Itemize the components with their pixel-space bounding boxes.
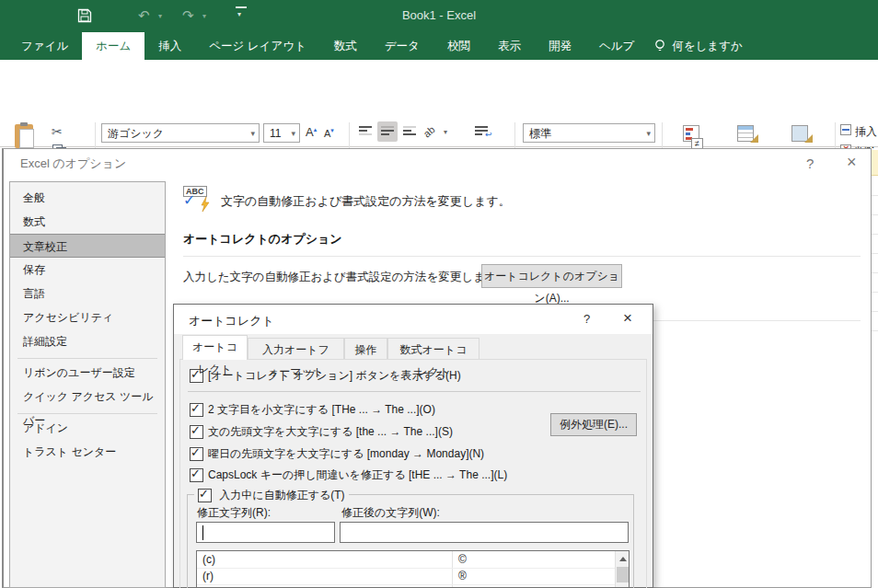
capitalize-sentences-checkbox[interactable]: ✓	[190, 425, 203, 439]
tab-actions[interactable]: 操作	[344, 338, 387, 360]
replacement-table[interactable]: (c) © (r) ® (tm) ™	[196, 550, 630, 588]
sidebar-item-advanced[interactable]: 詳細設定	[10, 329, 165, 353]
tab-math-autocorrect[interactable]: 数式オートコレクト	[387, 338, 479, 360]
sidebar-item-general[interactable]: 全般	[10, 186, 165, 210]
cut-icon[interactable]: ✂	[52, 124, 63, 139]
wrap-return-icon: ↩	[485, 130, 492, 139]
ribbon: 貼り付け ▾ ✂ ▾ クリップボード ↘ 游ゴシック ▾ 11 ▾ A▴ A▾ …	[0, 60, 878, 147]
tab-autoformat-as-you-type[interactable]: 入力オートフォーマット	[248, 338, 344, 360]
sidebar-item-customize-ribbon[interactable]: リボンのユーザー設定	[10, 361, 165, 385]
scrollbar-up-icon[interactable]	[619, 557, 627, 561]
table-cell-to[interactable]: ®	[458, 570, 467, 582]
orientation-icon[interactable]: ab	[422, 123, 437, 139]
exceptions-button[interactable]: 例外処理(E)...	[550, 413, 637, 436]
autocorrect-abc-icon: ABC ✓	[183, 186, 214, 213]
number-format-combo[interactable]: 標準 ▾	[523, 123, 655, 143]
sidebar-item-accessibility[interactable]: アクセシビリティ	[10, 306, 165, 329]
tab-autocorrect[interactable]: オートコレクト	[182, 335, 248, 360]
tab-formulas[interactable]: 数式	[320, 32, 371, 60]
replace-as-you-type-checkbox[interactable]: ✓	[198, 489, 212, 502]
sidebar-item-quick-access[interactable]: クイック アクセス ツール バー	[10, 385, 165, 409]
orientation-dropdown-icon[interactable]: ▾	[444, 128, 447, 136]
scrollbar-thumb[interactable]	[617, 567, 630, 582]
sidebar-item-language[interactable]: 言語	[10, 282, 165, 306]
number-format-value: 標準	[529, 124, 551, 144]
autocorrect-row-label: 入力した文字の自動修正および書式設定の方法を変更します:	[183, 270, 500, 285]
replace-to-label: 修正後の文字列(W):	[341, 505, 440, 521]
worksheet-cell-highlight	[872, 150, 878, 176]
tell-me-search[interactable]: 何をしますか	[653, 32, 742, 60]
capitalize-days-checkbox[interactable]: ✓	[190, 447, 203, 461]
autocorrect-close-button[interactable]: ×	[623, 309, 632, 328]
correct-two-capitals-label: 2 文字目を小文字にする [THe ... → The ...](O)	[208, 402, 435, 418]
show-autocorrect-buttons-label: [オートコレクト オプション] ボタンを表示する(H)	[208, 368, 461, 384]
sidebar-item-proofing[interactable]: 文章校正	[10, 234, 165, 258]
tab-view[interactable]: 表示	[484, 32, 535, 60]
excel-window: ↶ ▾ ↷ ▾ ▾ Book1 - Excel ファイル ホーム 挿入 ページ …	[0, 0, 878, 588]
table-cell-from[interactable]: (r)	[202, 570, 214, 582]
tab-data[interactable]: データ	[371, 32, 433, 60]
shrink-arrow-icon: ▾	[330, 127, 334, 133]
autocorrect-options-button[interactable]: オートコレクトのオプション(A)...	[481, 264, 622, 288]
font-name-combo[interactable]: 游ゴシック ▾	[101, 123, 260, 143]
ribbon-tab-bar: ファイル ホーム 挿入 ページ レイアウト 数式 データ 校閲 表示 開発 ヘル…	[0, 32, 878, 60]
tab-help[interactable]: ヘルプ	[585, 32, 648, 60]
capitalize-sentences-label: 文の先頭文字を大文字にする [the ... → The ...](S)	[208, 424, 453, 440]
autocorrect-dialog-title: オートコレクト	[189, 313, 274, 329]
tab-insert[interactable]: 挿入	[144, 32, 195, 60]
proofing-intro-text: 文字の自動修正および書式設定の方法を変更します。	[221, 193, 511, 210]
options-close-button[interactable]: ×	[847, 153, 857, 172]
autocorrect-help-button[interactable]: ?	[583, 312, 590, 326]
autocorrect-dialog: オートコレクト ? × オートコレクト 入力オートフォーマット 操作 数式オート…	[173, 304, 653, 588]
insert-cells-icon	[840, 124, 851, 135]
table-column-divider	[452, 551, 453, 588]
paste-button[interactable]	[13, 124, 37, 150]
font-size-dropdown-icon[interactable]: ▾	[291, 124, 295, 144]
font-name-value: 游ゴシック	[108, 124, 164, 144]
sidebar-divider	[17, 358, 157, 359]
title-bar: ↶ ▾ ↷ ▾ ▾ Book1 - Excel	[0, 0, 878, 32]
number-format-dropdown-icon[interactable]: ▾	[646, 124, 651, 144]
options-help-button[interactable]: ?	[806, 156, 814, 171]
window-title: Book1 - Excel	[0, 8, 878, 22]
sidebar-divider	[17, 413, 157, 414]
autocorrect-options-heading: オートコレクトのオプション	[183, 231, 342, 248]
tab-file[interactable]: ファイル	[7, 32, 82, 60]
text-caret	[202, 525, 203, 540]
autocorrect-titlebar[interactable]: オートコレクト ? ×	[174, 305, 653, 334]
font-size-combo[interactable]: 11 ▾	[263, 123, 300, 143]
align-top-button[interactable]	[359, 124, 372, 137]
tab-review[interactable]: 校閲	[433, 32, 484, 60]
options-sidebar: 全般 数式 文章校正 保存 言語 アクセシビリティ 詳細設定 リボンのユーザー設…	[9, 181, 166, 588]
tab-page-layout[interactable]: ページ レイアウト	[195, 32, 320, 60]
table-cell-to[interactable]: ©	[458, 553, 467, 566]
replace-from-input[interactable]	[196, 522, 335, 543]
shrink-font-button[interactable]: A▾	[324, 127, 334, 139]
correct-capslock-checkbox[interactable]: ✓	[190, 468, 203, 482]
cell-styles-brush-icon	[804, 134, 813, 143]
align-bottom-button[interactable]	[403, 124, 416, 137]
sidebar-item-addins[interactable]: アドイン	[10, 416, 165, 440]
section-divider	[183, 256, 861, 257]
table-brush-icon	[750, 134, 758, 143]
replace-to-input[interactable]	[340, 522, 629, 543]
capitalize-days-label: 曜日の先頭文字を大文字にする [monday → Monday](N)	[208, 446, 484, 462]
grow-font-button[interactable]: A▴	[306, 125, 317, 139]
tab-home[interactable]: ホーム	[82, 32, 144, 60]
font-name-dropdown-icon[interactable]: ▾	[250, 124, 255, 144]
correct-two-capitals-checkbox[interactable]: ✓	[190, 403, 203, 417]
align-middle-button[interactable]	[381, 124, 394, 137]
table-scrollbar[interactable]	[615, 551, 630, 588]
lightbulb-icon	[653, 39, 666, 53]
sidebar-item-trust-center[interactable]: トラスト センター	[10, 440, 165, 464]
replace-from-label: 修正文字列(R):	[197, 505, 271, 521]
table-row-divider	[197, 584, 615, 585]
abc-check-icon: ✓	[183, 191, 195, 209]
table-cell-from[interactable]: (c)	[202, 553, 215, 566]
tab-developer[interactable]: 開発	[535, 32, 585, 60]
insert-cells-button[interactable]: 挿入	[855, 124, 877, 140]
sidebar-item-save[interactable]: 保存	[10, 258, 165, 282]
sidebar-item-formulas[interactable]: 数式	[10, 210, 165, 234]
tell-me-label: 何をしますか	[672, 39, 742, 54]
font-size-value: 11	[270, 124, 281, 144]
